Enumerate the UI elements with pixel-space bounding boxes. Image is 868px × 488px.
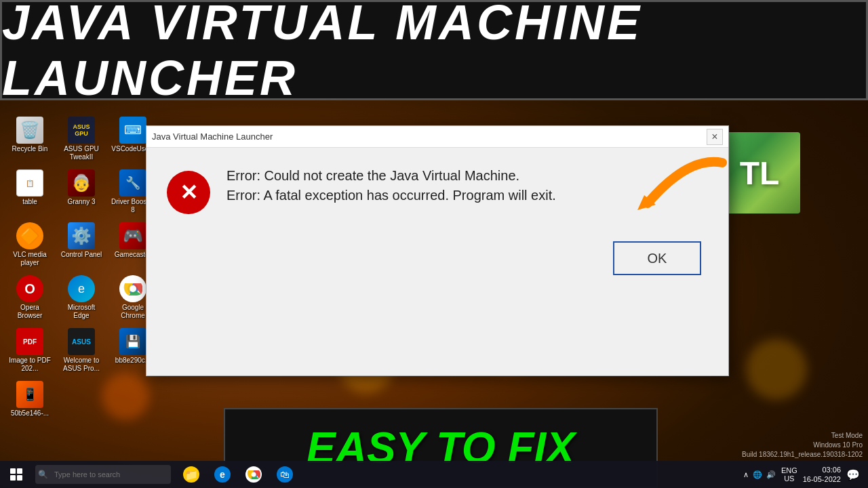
ok-button[interactable]: OK xyxy=(613,241,701,275)
taskbar-chrome-icon xyxy=(245,466,262,483)
desktop-icon-recycle-bin[interactable]: 🗑️ Recycle Bin xyxy=(5,114,54,164)
control-panel-icon: ⚙️ xyxy=(68,222,95,249)
clock-time: 03:06 xyxy=(822,465,841,474)
asus-gpu-icon: ASUS GPU xyxy=(68,117,95,144)
taskbar-right: ∧ 🌐 🔊 ENG US 03:06 16-05-2022 💬 xyxy=(743,461,868,488)
desktop-icon-table[interactable]: 📋 table xyxy=(5,167,54,217)
dialog-footer: OK xyxy=(167,241,708,275)
device-icon: 📱 xyxy=(16,381,43,408)
asus-welcome-label: Welcome to ASUS Pro... xyxy=(60,357,103,373)
build-info: Test Mode Windows 10 Pro Build 18362.19h… xyxy=(742,431,868,460)
taskbar: 🔍 📁 e xyxy=(0,461,868,488)
dialog-titlebar: Java Virtual Machine Launcher × xyxy=(146,126,728,148)
windows-logo-icon xyxy=(10,468,22,481)
asus-gpu-label: ASUS GPU TweakII xyxy=(60,145,103,161)
vscode-icon: ⌨ xyxy=(119,117,146,144)
bb-icon: 💾 xyxy=(119,328,146,355)
dialog-title: Java Virtual Machine Launcher xyxy=(152,131,273,142)
volume-icon[interactable]: 🔊 xyxy=(766,470,776,479)
taskbar-store[interactable]: 🛍 xyxy=(270,461,300,488)
search-input[interactable] xyxy=(35,465,171,484)
dialog-close-button[interactable]: × xyxy=(707,129,723,145)
language-region: ENG US xyxy=(781,466,797,483)
chrome-icon xyxy=(119,275,146,302)
search-container: 🔍 xyxy=(33,465,171,484)
search-icon: 🔍 xyxy=(38,470,48,479)
vlc-icon: 🔶 xyxy=(16,222,43,249)
tl-logo-text: TL xyxy=(740,155,780,192)
taskbar-store-icon: 🛍 xyxy=(277,466,293,483)
asus-welcome-icon: ASUS xyxy=(68,328,95,355)
clock-date: 16-05-2022 xyxy=(803,474,841,484)
tray-arrow[interactable]: ∧ xyxy=(743,470,749,479)
file-explorer-icon: 📁 xyxy=(183,466,199,483)
taskbar-file-explorer[interactable]: 📁 xyxy=(176,461,206,488)
start-button[interactable] xyxy=(0,461,33,488)
build-line3: Build 18362.19h1_release.190318-1202 xyxy=(742,450,863,460)
table-icon: 📋 xyxy=(16,169,43,197)
edge-label: Microsoft Edge xyxy=(60,304,103,320)
pdf-label: Image to PDF 202... xyxy=(8,357,52,373)
gamecaster-icon: 🎮 xyxy=(119,222,146,249)
desktop-icon-edge[interactable]: e Microsoft Edge xyxy=(57,272,106,323)
pdf-icon: PDF xyxy=(16,328,43,355)
language-text: ENG xyxy=(781,466,797,474)
desktop-icon-pdf[interactable]: PDF Image to PDF 202... xyxy=(5,325,54,375)
desktop-icons-area: 🗑️ Recycle Bin ASUS GPU ASUS GPU TweakII… xyxy=(0,108,149,426)
control-panel-label: Control Panel xyxy=(61,251,102,259)
desktop-icon-vlc[interactable]: 🔶 VLC media player xyxy=(5,220,54,270)
svg-point-2 xyxy=(130,285,136,292)
taskbar-edge-icon: e xyxy=(214,466,231,483)
desktop-icon-granny[interactable]: 👵 Granny 3 xyxy=(57,167,106,217)
taskbar-edge[interactable]: e xyxy=(208,461,237,488)
granny-icon: 👵 xyxy=(68,169,95,197)
notification-icon[interactable]: 💬 xyxy=(846,468,860,481)
error-icon xyxy=(167,171,210,214)
build-line1: Test Mode xyxy=(742,431,863,441)
desktop-icon-asus-gpu[interactable]: ASUS GPU ASUS GPU TweakII xyxy=(57,114,106,164)
device-label: 50b5e146-... xyxy=(11,409,49,418)
vlc-label: VLC media player xyxy=(8,251,52,267)
top-banner: JAVA VIRTUAL MACHINE LAUNCHER xyxy=(0,0,868,100)
driver-booster-icon: 🔧 xyxy=(119,169,146,197)
arrow-indicator xyxy=(607,149,743,230)
top-banner-title: JAVA VIRTUAL MACHINE LAUNCHER xyxy=(2,0,866,106)
granny-label: Granny 3 xyxy=(67,198,95,206)
opera-icon: O xyxy=(16,275,43,302)
svg-point-7 xyxy=(252,472,256,477)
recycle-bin-label: Recycle Bin xyxy=(12,145,48,153)
system-tray: ∧ 🌐 🔊 xyxy=(743,470,776,479)
desktop-icon-device[interactable]: 📱 50b5e146-... xyxy=(5,378,54,420)
desktop-icon-control-panel[interactable]: ⚙️ Control Panel xyxy=(57,220,106,270)
desktop-icon-opera[interactable]: O Opera Browser xyxy=(5,272,54,323)
build-line2: Windows 10 Pro xyxy=(742,441,863,450)
desktop: JAVA VIRTUAL MACHINE LAUNCHER 🗑️ Recycle… xyxy=(0,0,868,488)
table-label: table xyxy=(22,198,37,206)
clock-info[interactable]: 03:06 16-05-2022 xyxy=(803,465,841,485)
recycle-bin-icon: 🗑️ xyxy=(16,117,43,144)
network-icon: 🌐 xyxy=(753,470,762,479)
region-text: US xyxy=(784,474,794,483)
taskbar-apps: 📁 e 🛍 xyxy=(176,461,300,488)
opera-label: Opera Browser xyxy=(8,304,52,320)
desktop-icon-asus-welcome[interactable]: ASUS Welcome to ASUS Pro... xyxy=(57,325,106,375)
taskbar-chrome[interactable] xyxy=(239,461,269,488)
edge-icon: e xyxy=(68,275,95,302)
